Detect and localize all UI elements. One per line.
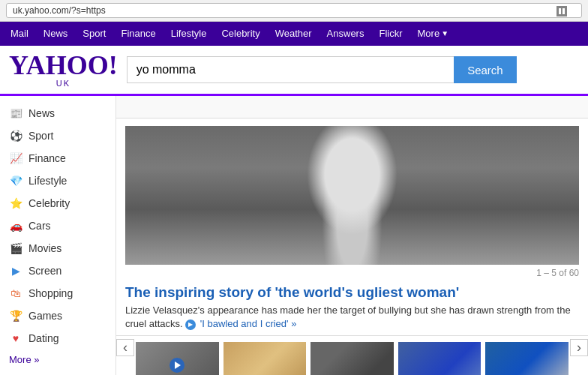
- sidebar-item-lifestyle[interactable]: 💎 Lifestyle: [0, 170, 116, 192]
- main-story-desc: Lizzie Velasquez's appearance has made h…: [125, 304, 579, 331]
- sidebar-label-games: Games: [28, 310, 62, 322]
- story-photo: [125, 126, 579, 265]
- logo-text: YAHOO!: [9, 52, 118, 79]
- play-icon-inline: ▶: [185, 320, 196, 330]
- shopping-icon: 🛍: [9, 286, 22, 300]
- sidebar-item-movies[interactable]: 🎬 Movies: [0, 237, 116, 260]
- yahoo-logo: YAHOO! UK: [9, 52, 118, 88]
- carousel-thumb-2: [310, 342, 394, 375]
- sidebar-label-movies: Movies: [28, 242, 62, 254]
- story-meta: 1 – 5 of 60: [536, 268, 579, 278]
- dating-icon: ♥: [9, 332, 22, 345]
- play-overlay-0: [170, 358, 184, 373]
- nav-item-sport[interactable]: Sport: [75, 22, 113, 46]
- sidebar-label-lifestyle: Lifestyle: [28, 175, 67, 187]
- nav-item-more[interactable]: More ▼: [410, 22, 457, 46]
- carousel-prev-button[interactable]: ‹: [116, 339, 134, 356]
- main-layout: 📰 News ⚽ Sport 📈 Finance 💎 Lifestyle ⭐ C…: [0, 96, 588, 375]
- carousel-items: How she beat the bullies Race row after …: [134, 339, 570, 375]
- carousel-item-3[interactable]: Can England win World Cup?: [397, 339, 483, 375]
- search-button[interactable]: Search: [454, 56, 517, 83]
- sidebar-label-finance: Finance: [28, 152, 66, 164]
- sidebar-label-screen: Screen: [28, 265, 62, 277]
- carousel-thumb-1: [224, 342, 307, 375]
- cars-icon: 🚗: [9, 219, 22, 232]
- nav-item-news[interactable]: News: [36, 22, 76, 46]
- main-story-title[interactable]: The inspiring story of 'the world's ugli…: [125, 284, 579, 301]
- carousel-item-1[interactable]: Race row after Oscars gag: [222, 339, 308, 375]
- sidebar-item-dating[interactable]: ♥ Dating: [0, 327, 116, 350]
- sidebar: 📰 News ⚽ Sport 📈 Finance 💎 Lifestyle ⭐ C…: [0, 96, 116, 375]
- sidebar-item-screen[interactable]: ▶ Screen: [0, 260, 116, 282]
- sidebar-label-celebrity: Celebrity: [28, 197, 70, 209]
- browser-bar: uk.yahoo.com/?s=https: [0, 0, 588, 22]
- sidebar-item-cars[interactable]: 🚗 Cars: [0, 214, 116, 237]
- sidebar-item-sport[interactable]: ⚽ Sport: [0, 124, 116, 147]
- carousel-next-button[interactable]: ›: [570, 339, 588, 356]
- main-story-image: [125, 126, 579, 265]
- sidebar-item-news[interactable]: 📰 News: [0, 102, 116, 124]
- lifestyle-icon: 💎: [9, 174, 22, 188]
- suggestion-bar: [116, 96, 588, 118]
- nav-bar: Mail News Sport Finance Lifestyle Celebr…: [0, 22, 588, 46]
- sidebar-label-cars: Cars: [28, 220, 51, 232]
- carousel-item-4[interactable]: Why this photo was so touching: [484, 339, 570, 375]
- finance-icon: 📈: [9, 152, 22, 165]
- celebrity-icon: ⭐: [9, 196, 22, 210]
- carousel-section: ‹ How she beat the bullies Race row afte…: [116, 335, 588, 375]
- nav-item-finance[interactable]: Finance: [113, 22, 163, 46]
- story-link[interactable]: 'I bawled and I cried' »: [200, 318, 297, 329]
- news-icon: 📰: [9, 106, 22, 120]
- sidebar-more-link[interactable]: More »: [0, 350, 116, 370]
- main-story: 1 – 5 of 60 The inspiring story of 'the …: [116, 118, 588, 335]
- carousel-item-2[interactable]: Passenger's sexist letter: [309, 339, 395, 375]
- nav-item-mail[interactable]: Mail: [3, 22, 36, 46]
- url-display: uk.yahoo.com/?s=https: [6, 3, 582, 18]
- games-icon: 🏆: [9, 309, 22, 322]
- play-triangle-icon: [175, 362, 181, 369]
- nav-item-weather[interactable]: Weather: [268, 22, 320, 46]
- carousel-thumb-0: [136, 342, 219, 375]
- sidebar-label-shopping: Shopping: [28, 287, 73, 299]
- sidebar-item-games[interactable]: 🏆 Games: [0, 304, 116, 327]
- carousel-thumb-3: [398, 342, 482, 375]
- sidebar-item-celebrity[interactable]: ⭐ Celebrity: [0, 192, 116, 214]
- sidebar-label-sport: Sport: [28, 130, 53, 142]
- movies-icon: 🎬: [9, 242, 22, 255]
- sidebar-label-dating: Dating: [28, 332, 58, 344]
- nav-item-answers[interactable]: Answers: [320, 22, 372, 46]
- sidebar-item-finance[interactable]: 📈 Finance: [0, 147, 116, 170]
- search-box: Search: [127, 56, 517, 83]
- carousel-thumb-4: [485, 342, 568, 375]
- nav-item-flickr[interactable]: Flickr: [371, 22, 410, 46]
- nav-item-celebrity[interactable]: Celebrity: [214, 22, 267, 46]
- sport-icon: ⚽: [9, 129, 22, 142]
- carousel-item-0[interactable]: How she beat the bullies: [134, 339, 220, 375]
- chevron-down-icon: ▼: [441, 22, 448, 46]
- search-input[interactable]: [127, 56, 454, 83]
- content-area: 1 – 5 of 60 The inspiring story of 'the …: [116, 96, 588, 375]
- screen-icon: ▶: [9, 264, 22, 278]
- sidebar-label-news: News: [28, 107, 55, 119]
- sidebar-item-shopping[interactable]: 🛍 Shopping: [0, 282, 116, 304]
- header: YAHOO! UK Search: [0, 46, 588, 96]
- logo-sub: UK: [9, 79, 118, 88]
- nav-item-lifestyle[interactable]: Lifestyle: [164, 22, 214, 46]
